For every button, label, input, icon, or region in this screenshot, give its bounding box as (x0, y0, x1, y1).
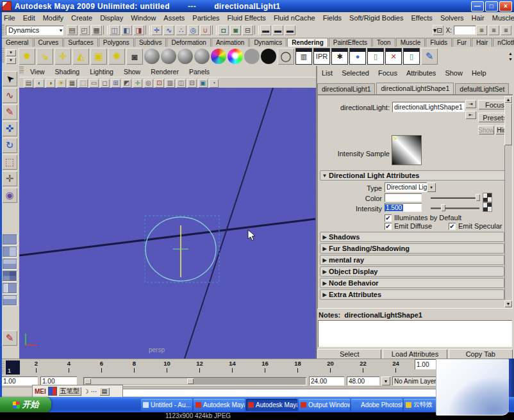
timeline-tick[interactable]: 24 (379, 359, 412, 376)
shelf-tab[interactable]: Muscle (396, 38, 426, 47)
exposure-icon[interactable]: ◔ (209, 79, 219, 88)
wireframe-icon[interactable]: ▤ (24, 79, 33, 88)
hud-icon[interactable]: ⊟ (187, 79, 197, 88)
collapsed-section[interactable]: ▶ Fur Shading/Shadowing (320, 243, 504, 254)
load-attributes-button[interactable]: Load Attributes (383, 349, 447, 359)
soft-mod-tool-icon[interactable]: ◉ (2, 188, 17, 203)
coordinate-field[interactable] (454, 26, 476, 35)
ipr-render-icon[interactable]: ▬ (272, 25, 283, 35)
construction-history-icon[interactable]: ⊟ (242, 25, 253, 35)
notes-textarea[interactable] (318, 320, 512, 347)
snap-view-plane-icon[interactable]: ◎ (188, 25, 199, 35)
animation-start-field[interactable]: 1.00 (1, 376, 38, 385)
emit-diffuse-checkbox[interactable]: ✔ Emit Diffuse (385, 222, 432, 230)
selection-highlight-icon[interactable]: ⬚ (78, 79, 88, 88)
shelf-tab[interactable]: Fur (452, 38, 471, 47)
ipr-render-icon[interactable]: IPR (313, 48, 330, 65)
color-swatch[interactable] (385, 193, 422, 202)
scale-tool-icon[interactable]: ⬚ (2, 154, 17, 170)
menu-item[interactable]: Muscle (488, 14, 514, 22)
fluid-render-icon[interactable]: ● (349, 48, 366, 65)
batch-render-icon[interactable]: ▯ (367, 48, 384, 65)
current-frame-marker[interactable]: 1 (6, 360, 20, 375)
shelf-tab[interactable]: PaintEffects (329, 38, 372, 47)
drag-handle[interactable] (19, 66, 24, 74)
intensity-slider-track[interactable] (431, 207, 479, 209)
universal-manipulator-icon[interactable]: ✛ (2, 171, 17, 186)
range-slider-track[interactable] (83, 377, 306, 385)
viewport-menu-item[interactable]: View (25, 68, 50, 76)
menu-item[interactable]: Display (96, 14, 127, 22)
use-lights-icon[interactable]: ☀ (56, 79, 66, 88)
timeline-tick[interactable]: 6 (85, 359, 118, 376)
shelf-tab[interactable]: General (1, 38, 33, 47)
playback-start-field[interactable]: 1.00 (40, 376, 77, 385)
two-panes-icon[interactable]: ◫ (176, 79, 186, 88)
shelf-tab[interactable]: Surfaces (63, 38, 97, 47)
save-scene-icon[interactable]: ▦ (91, 25, 102, 35)
textured-icon[interactable]: ◑ (46, 79, 55, 88)
scroll-up-icon[interactable]: ▲ (504, 96, 512, 103)
collapsed-section[interactable]: ▶ Node Behavior (320, 278, 504, 288)
collapsed-section[interactable]: ▶ mental ray (320, 255, 504, 265)
intensity-sample-swatch[interactable]: ⇘ (392, 136, 421, 165)
select-component-icon[interactable]: ◨ (133, 25, 144, 35)
task-maya-2[interactable]: Autodesk Maya... (246, 399, 297, 411)
intensity-map-button[interactable] (483, 203, 492, 211)
menu-set-dropdown[interactable]: Dynamics ▾ (6, 26, 63, 35)
timeline-tick[interactable]: 12 (183, 359, 216, 376)
shader-glow-icon[interactable]: ◯ (278, 48, 294, 65)
shelf-tab[interactable]: Fluids (426, 38, 452, 47)
shading-map-icon[interactable] (228, 49, 243, 64)
separator[interactable] (212, 26, 217, 35)
task-photoshop[interactable]: Adobe Photoshop (351, 399, 402, 411)
paint-select-tool-icon[interactable]: ✎ (2, 104, 17, 120)
resolution-gate-icon[interactable]: ◻ (100, 79, 110, 88)
ime-punctuation-icon[interactable]: ⋯ (91, 388, 97, 395)
timeline-tick[interactable]: 22 (347, 359, 379, 376)
output-connection-icon[interactable]: ◙ (230, 25, 241, 35)
anisotropic-material-icon[interactable] (144, 49, 160, 64)
shelf-tab[interactable]: Animation (211, 38, 249, 47)
camera-attributes-icon[interactable]: ◎ (144, 79, 153, 88)
attribute-editor-toggle-icon[interactable]: ≡ (476, 25, 487, 35)
shelf-tab[interactable]: Deformation (167, 38, 210, 47)
area-light-icon[interactable]: ▣ (90, 48, 107, 65)
viewport-menu-item[interactable]: Panels (184, 68, 215, 76)
layout-persp-outliner-button[interactable] (3, 283, 17, 293)
shelf-tab[interactable]: Dynamics (249, 38, 286, 47)
ime-icon[interactable] (48, 387, 57, 396)
rotate-tool-icon[interactable]: ↻ (2, 138, 17, 153)
new-scene-icon[interactable]: ▤ (67, 25, 78, 35)
viewport-menu-item[interactable]: Shading (50, 68, 85, 76)
shelf-menu-icon[interactable]: ▾ (6, 57, 16, 64)
shelf-tab[interactable]: Polygons (99, 38, 134, 47)
timeline-tick[interactable]: 10 (151, 359, 183, 376)
select-button[interactable]: Select (317, 349, 381, 359)
scroll-down-icon[interactable]: ▼ (504, 300, 512, 307)
start-button[interactable]: 开始 (0, 397, 51, 412)
attribute-editor-menu-item[interactable]: Help (467, 69, 491, 77)
collapsed-section[interactable]: ▶ Shadows (320, 232, 504, 242)
ime-method-button[interactable]: 五笔型 (58, 387, 81, 396)
collapsed-section[interactable]: ▶ Extra Attributes (320, 289, 504, 300)
menu-item[interactable]: Effects (407, 14, 436, 22)
layout-two-panes-stacked-button[interactable] (3, 259, 17, 269)
blinn-material-icon[interactable] (161, 49, 176, 64)
snap-surface-icon[interactable]: ∪ (200, 25, 211, 35)
animation-end-field[interactable]: 48.00 (347, 376, 379, 385)
select-hierarchy-icon[interactable]: ◫ (109, 25, 120, 35)
viewport-menu-item[interactable]: Show (119, 68, 145, 76)
timeline-tick[interactable]: 18 (281, 359, 314, 376)
render-settings-icon[interactable]: ▬ (285, 25, 295, 35)
menu-item[interactable]: Hair (468, 14, 488, 22)
attribute-editor-tab[interactable]: directionalLight1 (317, 83, 375, 94)
menu-item[interactable]: Fields (319, 14, 345, 22)
scrollbar-thumb[interactable] (504, 103, 512, 145)
anim-layer-dropdown-icon[interactable]: ▼ (381, 376, 390, 385)
ime-language-bar[interactable]: MEI 五笔型 ☽ ⋯ ▤ (32, 385, 123, 398)
use-background-icon[interactable] (261, 49, 276, 64)
menu-item[interactable]: Window (127, 14, 160, 22)
shelf-scroll-down-icon[interactable]: ▼ (508, 57, 513, 61)
smooth-shade-icon[interactable]: ◐ (35, 79, 44, 88)
